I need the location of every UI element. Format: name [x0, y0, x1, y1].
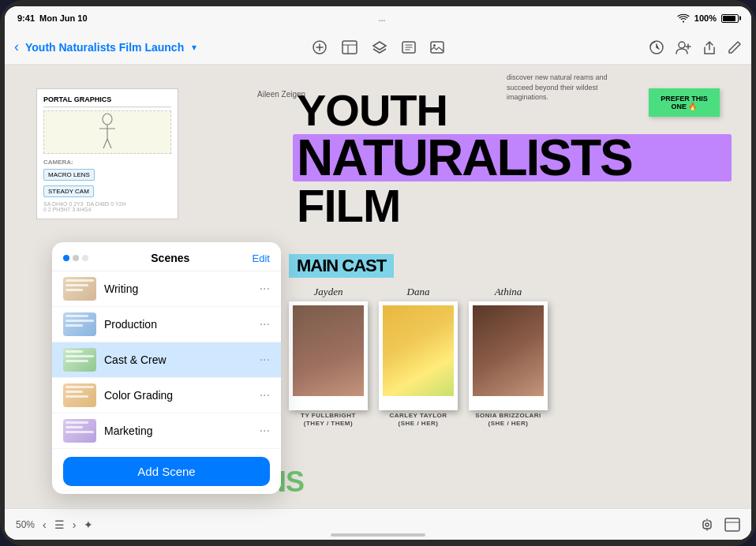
cast-name-caps-3: SONIA BRIZZOLARI [475, 412, 541, 419]
scenes-header: Scenes Edit [52, 242, 281, 271]
document-title: Youth Naturalists Film Launch [25, 41, 184, 54]
thumbnail-production [63, 312, 96, 336]
toolbar-center [312, 39, 444, 55]
scene-item-writing[interactable]: Writing ··· [52, 271, 281, 307]
link-icon[interactable] [699, 518, 715, 532]
dot-2 [73, 255, 79, 261]
add-scene-button[interactable]: Add Scene [63, 457, 270, 486]
status-bar-left: 9:41 Mon Jun 10 [17, 13, 88, 23]
title-chevron[interactable]: ▾ [192, 42, 196, 53]
cast-full-name-1: TY FULLBRIGHT (THEY / THEM) [301, 412, 356, 428]
toolbar: ‹ Youth Naturalists Film Launch ▾ [5, 30, 751, 65]
cast-pronoun-1: (THEY / THEM) [304, 420, 353, 427]
main-cast-tag: Main Cast [289, 254, 394, 278]
battery-icon [721, 14, 739, 23]
dot-3 [82, 255, 88, 261]
wifi-icon [677, 13, 690, 23]
cast-name-caps-1: TY FULLBRIGHT [301, 412, 356, 419]
scene-more-marketing[interactable]: ··· [260, 424, 270, 438]
scene-name-cast: Cast & Crew [104, 353, 252, 366]
battery-fill [723, 16, 735, 21]
lens-option-1: MACRO LENS [43, 169, 95, 181]
sketch-card: PORTAL GRAPHICS CAMERA: MACRO LENS STEAD… [36, 88, 178, 219]
status-bar-center: ... [379, 14, 385, 23]
ipad-frame: 9:41 Mon Jun 10 ... 100% [0, 0, 756, 546]
title-youth: YOUTH [297, 88, 728, 133]
status-bar-right: 100% [677, 13, 739, 23]
scene-name-color: Color Grading [104, 389, 252, 402]
cast-pronoun-2: (SHE / HER) [399, 420, 439, 427]
dot-1 [63, 255, 69, 261]
share-icon[interactable] [702, 39, 717, 55]
svg-point-8 [705, 523, 709, 526]
toolbar-left: ‹ Youth Naturalists Film Launch ▾ [14, 39, 312, 55]
scene-more-production[interactable]: ··· [260, 317, 270, 331]
layers-icon[interactable] [372, 40, 387, 54]
scenes-title: Scenes [151, 252, 189, 264]
cast-pronoun-3: (SHE / HER) [488, 420, 529, 427]
list-view-button[interactable]: ☰ [54, 518, 65, 531]
add-element-icon[interactable] [312, 39, 327, 55]
title-naturalists-wrap: NATURALISTS [297, 133, 728, 183]
layout-icon[interactable] [342, 40, 357, 54]
title-film: FILM [297, 183, 728, 229]
photo-ty [293, 305, 364, 396]
date: Mon Jun 10 [39, 13, 88, 23]
scene-more-color[interactable]: ··· [260, 388, 270, 402]
thumbnail-cast [63, 348, 96, 372]
scenes-edit-button[interactable]: Edit [253, 252, 270, 264]
cast-full-name-2: CARLEY TAYLOR (SHE / HER) [389, 412, 447, 428]
ipad-screen: 9:41 Mon Jun 10 ... 100% [5, 6, 751, 540]
scene-item-production[interactable]: Production ··· [52, 307, 281, 342]
scene-item-color-grading[interactable]: Color Grading ··· [52, 378, 281, 413]
scene-item-cast-crew[interactable]: Cast & Crew ··· [52, 342, 281, 378]
cast-member-1: Jayden TY FULLBRIGHT (THEY / THEM) [289, 286, 368, 428]
view-mode-icon[interactable] [724, 518, 740, 532]
cast-member-3: Athina SONIA BRIZZOLARI (SHE / HER) [469, 286, 548, 428]
text-icon[interactable] [402, 40, 416, 54]
nav-back-button[interactable]: ‹ [43, 518, 47, 531]
back-button[interactable]: ‹ [14, 39, 19, 55]
star-button[interactable]: ✦ [84, 518, 93, 531]
svg-rect-3 [431, 42, 443, 53]
bottom-left: 50% ‹ ☰ › ✦ [16, 518, 93, 531]
nav-forward-button[interactable]: › [73, 518, 77, 531]
svg-point-7 [103, 114, 112, 125]
cast-script-name-1: Jayden [314, 286, 343, 298]
svg-point-6 [679, 42, 685, 48]
main-content: PORTAL GRAPHICS CAMERA: MACRO LENS STEAD… [5, 65, 751, 540]
polaroid-2 [379, 301, 458, 410]
cast-section: Main Cast Jayden TY FULLBRIGHT (THEY / T… [289, 254, 743, 428]
battery-pct: 100% [694, 13, 717, 23]
bottom-right [699, 518, 740, 532]
svg-rect-9 [725, 518, 739, 531]
edit-icon[interactable] [728, 40, 742, 54]
cast-member-2: Dana CARLEY TAYLOR (SHE / HER) [379, 286, 458, 428]
cast-full-name-3: SONIA BRIZZOLARI (SHE / HER) [475, 412, 541, 428]
polaroid-1 [289, 301, 368, 410]
person-add-icon[interactable] [676, 40, 691, 54]
zoom-level: 50% [16, 519, 35, 530]
scene-more-cast[interactable]: ··· [260, 353, 270, 367]
scene-name-marketing: Marketing [104, 424, 252, 437]
scene-name-production: Production [104, 318, 252, 331]
polaroids-row: Jayden TY FULLBRIGHT (THEY / THEM) Dana [289, 286, 743, 428]
svg-point-4 [433, 44, 436, 47]
title-overlay: YOUTH NATURALISTS FILM [297, 88, 728, 229]
thumbnail-color [63, 383, 96, 407]
time: 9:41 [17, 13, 35, 23]
thumbnail-marketing [63, 419, 96, 443]
camera-label: CAMERA: [43, 159, 171, 166]
cast-script-name-2: Dana [407, 286, 430, 298]
lens-option-2: STEADY CAM [43, 185, 94, 197]
sketch-card-title: PORTAL GRAPHICS [43, 95, 171, 107]
history-icon[interactable] [649, 39, 664, 55]
scenes-panel: Scenes Edit Writing ··· [52, 242, 281, 494]
scene-more-writing[interactable]: ··· [260, 282, 270, 296]
image-icon[interactable] [430, 41, 444, 54]
cast-name-caps-2: CARLEY TAYLOR [389, 412, 447, 419]
scene-item-marketing[interactable]: Marketing ··· [52, 413, 281, 449]
title-naturalists: NATURALISTS [297, 129, 632, 186]
polaroid-3 [469, 301, 548, 410]
svg-rect-1 [342, 41, 357, 54]
